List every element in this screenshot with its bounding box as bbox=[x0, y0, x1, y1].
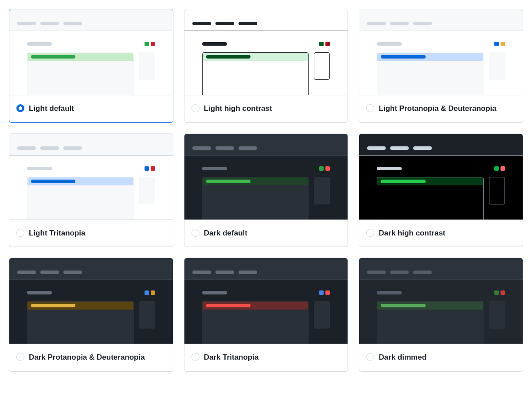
preview-tab bbox=[239, 146, 257, 150]
preview-body bbox=[184, 31, 348, 95]
preview-content-block bbox=[202, 301, 309, 344]
preview-status-dots bbox=[494, 166, 505, 171]
preview-side-block bbox=[489, 177, 505, 204]
preview-tabs bbox=[366, 141, 516, 155]
status-dot-1 bbox=[145, 42, 149, 46]
theme-preview bbox=[9, 134, 173, 220]
preview-side-block bbox=[489, 52, 505, 80]
preview-title-pill bbox=[377, 167, 402, 170]
preview-tab bbox=[390, 146, 409, 150]
preview-tab bbox=[367, 22, 386, 25]
radio-indicator[interactable] bbox=[366, 104, 374, 112]
status-dot-1 bbox=[319, 166, 324, 171]
preview-tab bbox=[40, 22, 59, 25]
preview-highlight bbox=[203, 53, 309, 61]
theme-preview bbox=[9, 9, 173, 95]
preview-title-pill bbox=[27, 42, 52, 46]
preview-highlight bbox=[377, 302, 483, 310]
preview-status-dots bbox=[145, 42, 155, 46]
preview-tabs bbox=[192, 265, 341, 279]
theme-preview bbox=[184, 9, 348, 95]
theme-label-bar: Light Tritanopia bbox=[9, 220, 173, 247]
preview-title-pill bbox=[202, 291, 227, 294]
theme-label: Light high contrast bbox=[204, 103, 272, 114]
preview-side-block bbox=[314, 301, 330, 329]
preview-highlight bbox=[377, 53, 483, 61]
preview-status-dots bbox=[494, 42, 505, 46]
preview-tabs bbox=[192, 141, 341, 155]
preview-body bbox=[184, 155, 348, 220]
status-dot-1 bbox=[319, 42, 324, 46]
preview-highlight-bar bbox=[381, 55, 425, 59]
preview-status-dots bbox=[145, 290, 155, 295]
theme-option-light-high-contrast[interactable]: Light high contrast bbox=[184, 9, 348, 123]
preview-highlight-bar bbox=[381, 304, 425, 307]
preview-tab bbox=[40, 146, 59, 150]
status-dot-1 bbox=[494, 290, 499, 295]
preview-tab bbox=[63, 271, 82, 274]
status-dot-2 bbox=[325, 166, 330, 171]
preview-body bbox=[9, 155, 173, 220]
theme-label: Dark Tritanopia bbox=[204, 352, 259, 363]
preview-tab bbox=[413, 271, 432, 274]
preview-highlight-bar bbox=[381, 180, 425, 183]
preview-tab bbox=[390, 271, 409, 274]
preview-body bbox=[359, 279, 523, 344]
theme-label-bar: Dark high contrast bbox=[359, 220, 523, 247]
radio-indicator[interactable] bbox=[366, 229, 374, 237]
preview-content-block bbox=[377, 52, 484, 95]
preview-tabs bbox=[16, 141, 166, 155]
status-dot-1 bbox=[319, 290, 324, 295]
preview-highlight bbox=[27, 302, 133, 310]
preview-tab bbox=[413, 146, 432, 150]
preview-tab bbox=[413, 22, 432, 25]
preview-tabs bbox=[16, 16, 166, 31]
preview-tab bbox=[215, 22, 234, 25]
preview-title-pill bbox=[202, 167, 227, 170]
theme-preview bbox=[359, 258, 523, 344]
theme-label: Light Protanopia & Deuteranopia bbox=[379, 103, 496, 114]
radio-indicator[interactable] bbox=[192, 229, 200, 237]
theme-label: Dark high contrast bbox=[379, 228, 445, 239]
preview-side-block bbox=[139, 52, 155, 80]
radio-indicator[interactable] bbox=[192, 353, 200, 361]
preview-content-block bbox=[377, 177, 484, 220]
preview-content-block bbox=[377, 301, 484, 344]
preview-title-pill bbox=[377, 42, 402, 46]
preview-status-dots bbox=[319, 42, 330, 46]
theme-grid: Light default bbox=[9, 9, 523, 372]
preview-title-pill bbox=[202, 42, 227, 46]
theme-option-light-tritanopia[interactable]: Light Tritanopia bbox=[9, 133, 173, 247]
theme-option-light-default[interactable]: Light default bbox=[9, 9, 173, 123]
preview-status-dots bbox=[494, 290, 505, 295]
status-dot-1 bbox=[494, 42, 499, 46]
radio-indicator[interactable] bbox=[16, 229, 24, 237]
preview-tab bbox=[17, 22, 36, 25]
theme-label: Dark dimmed bbox=[379, 352, 426, 363]
preview-title-pill bbox=[27, 167, 52, 170]
radio-indicator[interactable] bbox=[16, 104, 24, 112]
preview-highlight bbox=[203, 302, 309, 310]
theme-option-dark-protanopia-deuteranopia[interactable]: Dark Protanopia & Deuteranopia bbox=[9, 258, 173, 372]
preview-highlight-bar bbox=[206, 304, 250, 307]
theme-option-dark-dimmed[interactable]: Dark dimmed bbox=[359, 258, 523, 372]
theme-option-dark-high-contrast[interactable]: Dark high contrast bbox=[359, 133, 523, 247]
preview-title-pill bbox=[377, 291, 402, 294]
radio-indicator[interactable] bbox=[16, 353, 24, 361]
preview-highlight bbox=[27, 53, 133, 61]
preview-highlight-bar bbox=[31, 304, 75, 307]
preview-content-block bbox=[27, 52, 134, 95]
status-dot-1 bbox=[494, 166, 499, 171]
preview-tab bbox=[367, 146, 386, 150]
preview-status-dots bbox=[319, 166, 330, 171]
theme-option-dark-tritanopia[interactable]: Dark Tritanopia bbox=[184, 258, 348, 372]
preview-tab bbox=[40, 271, 59, 274]
theme-label-bar: Dark dimmed bbox=[359, 344, 523, 371]
theme-option-dark-default[interactable]: Dark default bbox=[184, 133, 348, 247]
status-dot-2 bbox=[151, 42, 155, 46]
radio-indicator[interactable] bbox=[192, 104, 200, 112]
preview-title-pill bbox=[27, 291, 52, 294]
theme-option-light-protanopia-deuteranopia[interactable]: Light Protanopia & Deuteranopia bbox=[359, 9, 523, 123]
preview-tab bbox=[63, 22, 82, 25]
radio-indicator[interactable] bbox=[366, 353, 374, 361]
